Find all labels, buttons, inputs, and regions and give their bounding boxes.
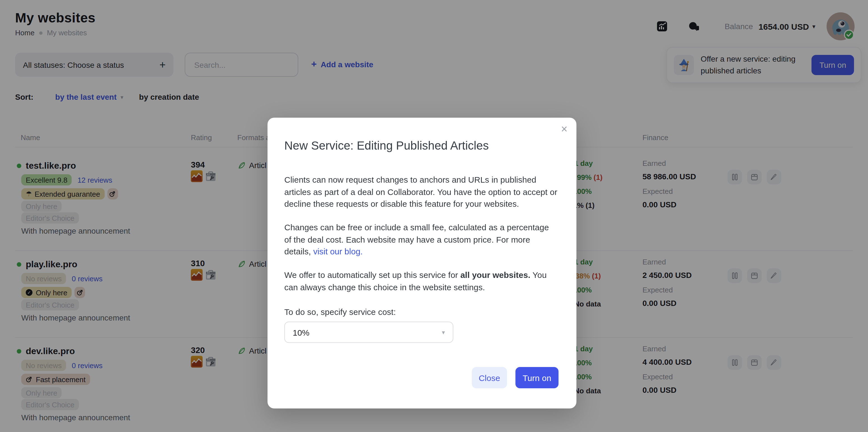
select-caret-icon: ▾: [442, 328, 445, 336]
service-cost-select[interactable]: 10% ▾: [284, 322, 453, 343]
modal-turn-on-button[interactable]: Turn on: [516, 367, 559, 388]
modal-paragraph-2: Changes can be free or include a small f…: [284, 221, 557, 257]
app: My websites Home My websites Balance 165…: [0, 0, 868, 432]
new-service-modal: × New Service: Editing Published Article…: [268, 118, 577, 408]
blog-link[interactable]: visit our blog.: [313, 247, 363, 256]
modal-title: New Service: Editing Published Articles: [284, 139, 489, 152]
cost-label: To do so, specify service cost:: [284, 307, 396, 317]
modal-paragraph-1: Clients can now request changes to ancho…: [284, 174, 557, 210]
modal-close-button[interactable]: Close: [472, 367, 507, 388]
modal-paragraph-3: We offer to automatically set up this se…: [284, 269, 557, 293]
select-value: 10%: [293, 327, 309, 337]
close-icon[interactable]: ×: [561, 123, 567, 135]
